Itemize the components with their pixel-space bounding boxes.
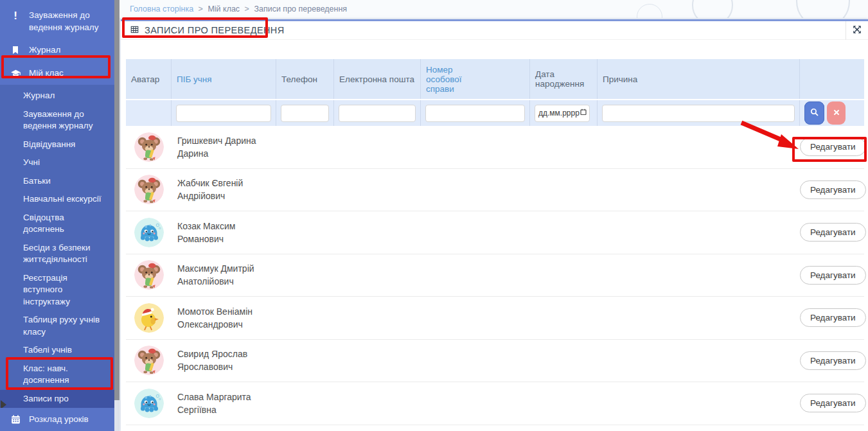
my-class-submenu: Журнал Зауваження до ведення журналу Від…: [0, 85, 114, 418]
student-avatar: [134, 175, 164, 204]
edit-button[interactable]: Редагувати: [800, 223, 866, 242]
panel-title-text: ЗАПИСИ ПРО ПЕРЕВЕДЕННЯ: [145, 25, 285, 35]
submenu-item-excursions[interactable]: Навчальні екскурсії: [0, 190, 114, 209]
filter-birth-date-input[interactable]: дд.мм.рррр: [535, 105, 590, 122]
student-row: Максимук ДмитрійАнатолійович Редагувати: [126, 254, 864, 297]
graduation-cap-icon: [8, 67, 22, 80]
table-grid-icon: [130, 25, 139, 36]
edit-button[interactable]: Редагувати: [800, 308, 866, 327]
calendar-icon: [8, 413, 22, 426]
breadcrumb-my-class[interactable]: Мій клас: [208, 4, 240, 13]
column-header-reason: Причина: [598, 59, 800, 99]
filter-cell-avatar: [126, 100, 172, 126]
edit-button[interactable]: Редагувати: [800, 351, 866, 370]
edit-button[interactable]: Редагувати: [800, 137, 866, 156]
submenu-item-certificates[interactable]: Свідоцтва досягнень: [0, 209, 114, 239]
student-name: Гришкевич Дарина Дарина: [172, 134, 276, 160]
column-header-actions: [800, 59, 864, 99]
student-name: Максимук ДмитрійАнатолійович: [172, 262, 276, 288]
doodle-circle: [637, 4, 662, 18]
column-header-birth-date: Дата народження: [530, 59, 598, 99]
filter-email-input[interactable]: [339, 105, 416, 122]
calendar-icon[interactable]: [580, 108, 587, 118]
doodle-circle: [796, 0, 850, 18]
student-row: Слава Маргарита Сергіївна Редагувати: [126, 382, 864, 425]
column-header-file-number: Номер особової справи: [421, 59, 530, 99]
doodle-circle: [692, 0, 733, 18]
transfer-records-panel: ЗАПИСИ ПРО ПЕРЕВЕДЕННЯ Аватар: [121, 19, 868, 431]
edit-button[interactable]: Редагувати: [800, 180, 866, 199]
sidebar-item-journal[interactable]: Журнал: [0, 39, 114, 62]
breadcrumb-current-page: Записи про переведення: [254, 4, 347, 13]
search-icon: [809, 107, 820, 119]
student-avatar: [134, 132, 164, 162]
sidebar-item-schedule[interactable]: Розклад уроків: [0, 408, 114, 431]
filter-phone-input[interactable]: [281, 105, 329, 122]
submenu-item-journal[interactable]: Журнал: [0, 87, 114, 105]
filter-reason-input[interactable]: [602, 105, 795, 122]
student-row: Козак Максим Романович Редагувати: [126, 211, 864, 254]
student-name: Козак Максим Романович: [172, 220, 276, 245]
submenu-item-parents[interactable]: Батьки: [0, 172, 114, 191]
student-avatar: [134, 303, 164, 333]
submenu-item-safety-talks[interactable]: Бесіди з безпеки життєдіяльності: [0, 239, 114, 269]
sidebar-item-remarks[interactable]: ! Зауваження до ведення журналу: [0, 4, 114, 39]
sidebar-scrollbar: [114, 0, 120, 431]
submenu-item-class-achievements[interactable]: Клас: навч. досягнення: [0, 360, 114, 390]
submenu-item-movement-table[interactable]: Таблиця руху учнів класу: [0, 311, 114, 341]
edit-button[interactable]: Редагувати: [800, 266, 866, 285]
student-avatar: [134, 260, 164, 290]
search-button[interactable]: [804, 101, 824, 125]
panel-title: ЗАПИСИ ПРО ПЕРЕВЕДЕННЯ: [130, 25, 285, 36]
student-name: Жабчик ЄвгенійАндрійович: [172, 177, 276, 202]
sidebar-item-label: Журнал: [29, 44, 60, 56]
student-avatar: [134, 218, 164, 247]
student-name: Слава Маргарита Сергіївна: [172, 391, 276, 416]
filter-student-name-input[interactable]: [176, 105, 271, 122]
clear-filters-button[interactable]: [827, 101, 846, 125]
student-row: Свирид ЯрославЯрославович Редагувати: [126, 340, 864, 383]
scrollbar-thumb[interactable]: [114, 0, 120, 400]
column-header-student-name: ПІБ учня: [172, 59, 276, 99]
submenu-item-report-cards[interactable]: Табелі учнів: [0, 341, 114, 360]
date-placeholder: дд.мм.рррр: [538, 109, 580, 118]
submenu-item-briefing-registration[interactable]: Реєстрація вступного інструктажу: [0, 269, 114, 312]
sidebar-item-my-class[interactable]: Мій клас: [0, 62, 114, 85]
student-avatar: [134, 389, 164, 418]
sidebar-item-label: Мій клас: [29, 67, 64, 79]
breadcrumb-home-link[interactable]: Головна сторінка: [130, 4, 193, 13]
clear-x-icon: [833, 109, 840, 118]
exclamation-icon: !: [8, 9, 22, 22]
student-row: Момоток ВеніамінОлександрович Редагувати: [126, 297, 864, 340]
expand-panel-button[interactable]: [846, 21, 868, 40]
bookmark-icon: [8, 44, 22, 57]
filter-row: дд.мм.рррр: [126, 99, 864, 126]
filter-file-number-input[interactable]: [425, 105, 525, 122]
sidebar-item-label: Розклад уроків: [29, 413, 89, 425]
student-avatar: [134, 346, 164, 375]
transfer-records-table: Аватар ПІБ учня Телефон Електронна пошта…: [126, 59, 864, 425]
column-header-avatar: Аватар: [126, 59, 172, 99]
expand-arrows-icon: [852, 24, 862, 37]
breadcrumb: Головна сторінка > Мій клас > Записи про…: [120, 0, 868, 18]
column-header-email: Електронна пошта: [334, 59, 421, 99]
breadcrumb-separator: >: [199, 4, 203, 13]
sidebar-item-label: Зауваження до ведення журналу: [29, 9, 108, 33]
student-name: Момоток ВеніамінОлександрович: [172, 305, 276, 331]
sidebar: ! Зауваження до ведення журналу Журнал М…: [0, 0, 114, 431]
column-header-phone: Телефон: [276, 59, 334, 99]
student-row: Жабчик ЄвгенійАндрійович Редагувати: [126, 169, 864, 212]
submenu-item-attendance[interactable]: Відвідування: [0, 136, 114, 154]
table-header-row: Аватар ПІБ учня Телефон Електронна пошта…: [126, 59, 864, 99]
edit-button[interactable]: Редагувати: [800, 394, 866, 412]
breadcrumb-separator: >: [245, 4, 249, 13]
student-name: Свирид ЯрославЯрославович: [172, 347, 276, 373]
submenu-item-students[interactable]: Учні: [0, 154, 114, 172]
submenu-item-remarks[interactable]: Зауваження до ведення журналу: [0, 105, 114, 136]
student-row: Гришкевич Дарина Дарина Редагувати: [126, 126, 864, 169]
